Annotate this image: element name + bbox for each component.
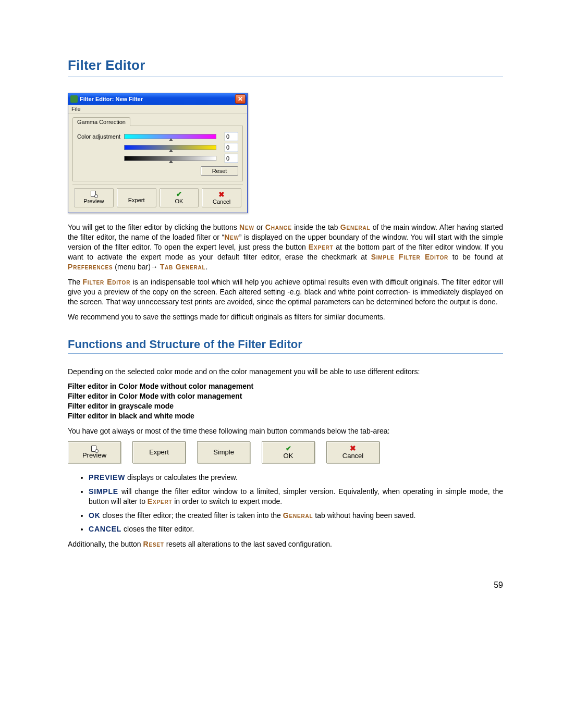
ref-general: General bbox=[340, 223, 371, 231]
ref-new-2: New bbox=[224, 233, 239, 241]
fig-expert-button[interactable]: Expert bbox=[132, 441, 186, 463]
paragraph-description: The Filter Editor is an indispensable to… bbox=[68, 277, 503, 307]
slider-blue-yellow[interactable] bbox=[124, 145, 222, 150]
ref-simple: SIMPLE bbox=[89, 487, 118, 496]
expert-button[interactable]: Expert bbox=[117, 188, 156, 207]
check-icon: ✔ bbox=[176, 190, 182, 198]
ref-preview: PREVIEW bbox=[89, 473, 125, 482]
paragraph-editors-intro: Depending on the selected color mode and… bbox=[68, 367, 503, 377]
paragraph-reset: Additionally, the button Reset resets al… bbox=[68, 539, 503, 549]
fig-simple-label: Simple bbox=[213, 449, 234, 456]
value-black-white[interactable]: 0 bbox=[225, 154, 238, 163]
ref-filter-editor: Filter Editor bbox=[82, 278, 130, 286]
section-heading: Filter Editor bbox=[68, 57, 503, 73]
ref-expert: Expert bbox=[309, 243, 333, 251]
ref-simple-filter-editor: Simple Filter Editor bbox=[371, 253, 448, 261]
page-number: 59 bbox=[68, 581, 503, 590]
dialog-title: Filter Editor: New Filter bbox=[80, 96, 143, 102]
list-item: CANCEL closes the filter editor. bbox=[89, 524, 503, 534]
button-descriptions-list: PREVIEW displays or calculates the previ… bbox=[89, 473, 503, 534]
expert-button-label: Expert bbox=[128, 197, 145, 203]
fig-preview-label: Preview bbox=[82, 452, 106, 459]
ref-general-2: General bbox=[283, 511, 313, 520]
app-icon bbox=[70, 95, 78, 103]
button-row-figure: Preview Expert Simple ✔ OK ✖ Cancel bbox=[68, 441, 503, 463]
filter-editor-dialog-figure: Filter Editor: New Filter ✕ File Gamma C… bbox=[68, 93, 248, 213]
menu-bar: File bbox=[68, 105, 247, 114]
fig-simple-button[interactable]: Simple bbox=[197, 441, 250, 463]
value-blue-yellow[interactable]: 0 bbox=[225, 143, 238, 152]
paragraph-recommend: We recommend you to save the settings ma… bbox=[68, 312, 503, 322]
ref-change: Change bbox=[265, 223, 292, 231]
ref-preferences: Preferences bbox=[68, 263, 113, 271]
ref-reset: Reset bbox=[143, 540, 164, 548]
list-item: PREVIEW displays or calculates the previ… bbox=[89, 473, 503, 483]
value-cyan-magenta[interactable]: 0 bbox=[225, 132, 238, 141]
reset-button[interactable]: Reset bbox=[201, 166, 238, 176]
subsection-heading: Functions and Structure of the Filter Ed… bbox=[68, 338, 503, 351]
preview-button-label: Preview bbox=[83, 198, 104, 204]
fig-ok-button[interactable]: ✔ OK bbox=[262, 441, 315, 463]
x-icon: ✖ bbox=[350, 445, 356, 452]
fig-cancel-label: Cancel bbox=[342, 452, 363, 460]
ref-new: New bbox=[239, 223, 254, 231]
preview-button[interactable]: Preview bbox=[74, 188, 114, 207]
x-icon: ✖ bbox=[218, 190, 225, 199]
fig-ok-label: OK bbox=[284, 452, 293, 460]
paragraph-buttons-intro: You have got always or most of the time … bbox=[68, 426, 503, 436]
cancel-button[interactable]: ✖ Cancel bbox=[202, 188, 241, 207]
preview-icon bbox=[91, 191, 97, 197]
close-icon[interactable]: ✕ bbox=[235, 94, 246, 104]
fig-preview-button[interactable]: Preview bbox=[68, 441, 121, 463]
ok-button-label: OK bbox=[175, 198, 183, 204]
tab-gamma-correction[interactable]: Gamma Correction bbox=[72, 117, 130, 126]
subheading-rule bbox=[68, 353, 503, 354]
ref-ok: OK bbox=[89, 511, 101, 520]
menu-file[interactable]: File bbox=[71, 106, 81, 112]
heading-rule bbox=[68, 77, 503, 77]
check-icon: ✔ bbox=[286, 445, 291, 452]
paragraph-intro: You will get to the filter editor by cli… bbox=[68, 223, 503, 272]
list-item: SIMPLE will change the filter editor win… bbox=[89, 487, 503, 507]
list-item: OK closes the filter editor; the created… bbox=[89, 511, 503, 521]
preview-icon bbox=[91, 446, 97, 452]
slider-cyan-magenta[interactable] bbox=[124, 134, 222, 139]
ref-cancel: CANCEL bbox=[89, 525, 121, 533]
ref-expert-2: Expert bbox=[148, 497, 172, 505]
dialog-titlebar: Filter Editor: New Filter ✕ bbox=[68, 93, 247, 105]
cancel-button-label: Cancel bbox=[213, 199, 230, 205]
fig-cancel-button[interactable]: ✖ Cancel bbox=[326, 441, 380, 463]
editor-modes-list: Filter editor in Color Mode without colo… bbox=[68, 381, 503, 421]
ok-button[interactable]: ✔ OK bbox=[160, 188, 199, 207]
label-color-adjustment: Color adjustment bbox=[77, 133, 124, 140]
ref-tab-general: Tab General bbox=[160, 263, 206, 271]
slider-black-white[interactable] bbox=[124, 156, 222, 161]
fig-expert-label: Expert bbox=[149, 449, 169, 456]
